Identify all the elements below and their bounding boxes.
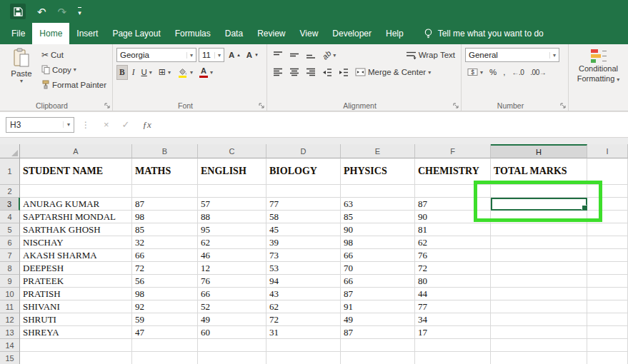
cell-F8[interactable]: 72 — [415, 262, 491, 275]
row-header-11[interactable]: 11 — [0, 300, 20, 313]
cell-I11[interactable] — [587, 300, 628, 313]
undo-button[interactable]: ↶ — [37, 6, 46, 17]
column-header-E[interactable]: E — [341, 144, 415, 158]
align-center-button[interactable] — [287, 65, 301, 80]
comma-style-button[interactable]: , — [501, 65, 507, 80]
cell-H5[interactable] — [491, 223, 587, 236]
borders-button[interactable]: ⊞ ▾ — [156, 65, 173, 80]
middle-align-button[interactable] — [287, 48, 301, 63]
column-header-D[interactable]: D — [266, 144, 341, 158]
row-header-8[interactable]: 8 — [0, 262, 20, 275]
cell-C4[interactable]: 88 — [198, 211, 266, 223]
cell-I7[interactable] — [587, 249, 628, 262]
cell-H9[interactable] — [491, 275, 587, 288]
column-header-I[interactable]: I — [587, 144, 628, 158]
cell-H2[interactable] — [491, 185, 587, 198]
font-color-button[interactable]: A ▾ — [197, 65, 215, 80]
font-dialog-launcher[interactable] — [259, 103, 265, 109]
row-header-14[interactable]: 14 — [0, 339, 20, 352]
cell-F12[interactable]: 34 — [415, 313, 491, 326]
tab-page-layout[interactable]: Page Layout — [105, 23, 167, 44]
cell-C14[interactable] — [198, 339, 266, 352]
cell-B3[interactable]: 87 — [132, 198, 198, 211]
cell-I6[interactable] — [587, 236, 628, 249]
paste-button[interactable]: Paste ▾ — [4, 46, 39, 100]
tab-view[interactable]: View — [293, 23, 326, 44]
cell-I5[interactable] — [587, 223, 628, 236]
cell-C7[interactable]: 46 — [198, 249, 266, 262]
cell-H11[interactable] — [491, 300, 587, 313]
row-header-10[interactable]: 10 — [0, 288, 20, 300]
cell-D3[interactable]: 77 — [266, 198, 341, 211]
row-header-7[interactable]: 7 — [0, 249, 20, 262]
cancel-button[interactable]: × — [104, 119, 109, 130]
row-header-5[interactable]: 5 — [0, 223, 20, 236]
clipboard-dialog-launcher[interactable] — [104, 103, 111, 109]
cell-B6[interactable]: 32 — [132, 236, 198, 249]
decrease-font-size-button[interactable]: A▾ — [244, 48, 260, 63]
tab-insert[interactable]: Insert — [69, 23, 105, 44]
cell-C3[interactable]: 57 — [198, 198, 266, 211]
cell-I2[interactable] — [587, 185, 628, 198]
cell-B11[interactable]: 92 — [132, 300, 198, 313]
cell-D4[interactable]: 58 — [266, 211, 341, 223]
cell-E13[interactable]: 87 — [341, 326, 415, 339]
cell-F1[interactable]: CHEMISTRY — [415, 158, 491, 185]
font-size-select[interactable]: 11 ▾ — [199, 48, 224, 62]
name-box[interactable]: H3 ▾ — [6, 117, 74, 133]
font-name-select[interactable]: Georgia ▾ — [116, 48, 196, 62]
cell-A5[interactable]: SARTHAK GHOSH — [20, 223, 132, 236]
cell-C15[interactable] — [198, 352, 266, 364]
format-painter-button[interactable]: Format Painter — [39, 77, 109, 92]
cell-H4[interactable] — [491, 211, 587, 223]
cell-B7[interactable]: 66 — [132, 249, 198, 262]
cell-C10[interactable]: 66 — [198, 288, 266, 300]
tab-review[interactable]: Review — [250, 23, 292, 44]
column-header-B[interactable]: B — [132, 144, 198, 158]
cell-D14[interactable] — [266, 339, 341, 352]
cell-C9[interactable]: 76 — [198, 275, 266, 288]
wrap-text-button[interactable]: Wrap Text — [404, 48, 457, 63]
name-box-dropdown-icon[interactable]: ▾ — [63, 121, 70, 128]
tab-home[interactable]: Home — [32, 23, 69, 44]
top-align-button[interactable] — [271, 48, 285, 63]
cut-button[interactable]: ✂ Cut — [39, 47, 109, 62]
cell-D8[interactable]: 53 — [266, 262, 341, 275]
cell-C13[interactable]: 60 — [198, 326, 266, 339]
conditional-formatting-button[interactable]: Conditional Formatting ▾ — [577, 46, 620, 100]
cell-F6[interactable]: 62 — [415, 236, 491, 249]
merge-center-button[interactable]: Merge & Center ▾ — [353, 65, 433, 80]
cell-C5[interactable]: 95 — [198, 223, 266, 236]
cell-F3[interactable]: 87 — [415, 198, 491, 211]
cell-E14[interactable] — [341, 339, 415, 352]
column-header-F[interactable]: F — [415, 144, 491, 158]
fill-color-button[interactable]: ▾ — [175, 65, 195, 80]
cell-F2[interactable] — [415, 185, 491, 198]
cell-H14[interactable] — [491, 339, 587, 352]
cell-H10[interactable] — [491, 288, 587, 300]
formula-input[interactable] — [158, 112, 628, 137]
row-header-12[interactable]: 12 — [0, 313, 20, 326]
cell-D1[interactable]: BIOLOGY — [266, 158, 341, 185]
cell-F5[interactable]: 81 — [415, 223, 491, 236]
align-right-button[interactable] — [304, 65, 318, 80]
cell-A1[interactable]: STUDENT NAME — [20, 158, 132, 185]
cell-B8[interactable]: 72 — [132, 262, 198, 275]
cell-E9[interactable]: 66 — [341, 275, 415, 288]
cell-E2[interactable] — [341, 185, 415, 198]
cell-F9[interactable]: 80 — [415, 275, 491, 288]
cell-A7[interactable]: AKASH SHARMA — [20, 249, 132, 262]
cell-E4[interactable]: 85 — [341, 211, 415, 223]
row-header-15[interactable]: 15 — [0, 352, 20, 364]
cell-A13[interactable]: SHREYA — [20, 326, 132, 339]
cell-I9[interactable] — [587, 275, 628, 288]
cell-A3[interactable]: ANURAG KUMAR — [20, 198, 132, 211]
row-header-4[interactable]: 4 — [0, 211, 20, 223]
bottom-align-button[interactable] — [304, 48, 318, 63]
cell-E11[interactable]: 91 — [341, 300, 415, 313]
cell-D2[interactable] — [266, 185, 341, 198]
cell-B10[interactable]: 98 — [132, 288, 198, 300]
cell-B13[interactable]: 47 — [132, 326, 198, 339]
cell-D5[interactable]: 45 — [266, 223, 341, 236]
cell-I13[interactable] — [587, 326, 628, 339]
